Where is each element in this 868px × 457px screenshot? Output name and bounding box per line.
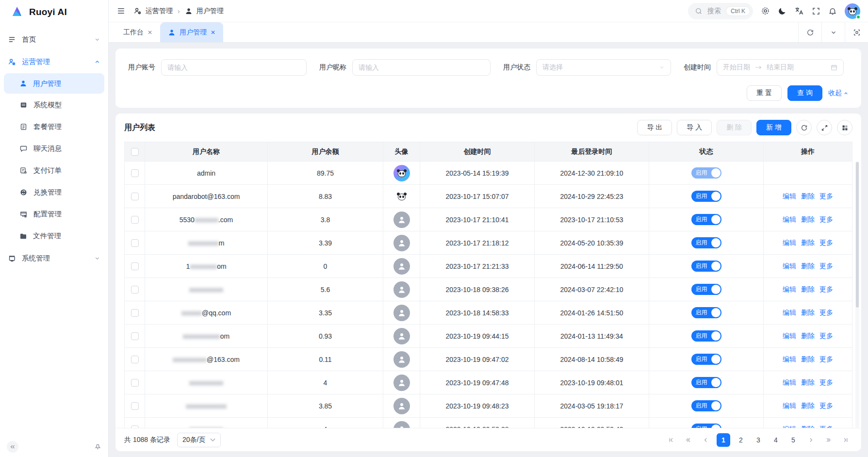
theme-moon-icon[interactable]: [778, 7, 786, 16]
account-input[interactable]: [161, 59, 307, 76]
page-4-button[interactable]: 4: [769, 433, 783, 447]
status-toggle[interactable]: 启用: [691, 307, 721, 318]
prev-page-button[interactable]: [699, 433, 713, 447]
nickname-input[interactable]: [352, 59, 491, 76]
row-action-delete[interactable]: 删除: [801, 239, 815, 247]
status-toggle[interactable]: 启用: [691, 424, 721, 428]
row-action-edit[interactable]: 编辑: [783, 192, 796, 201]
row-action-edit[interactable]: 编辑: [783, 378, 796, 387]
row-action-edit[interactable]: 编辑: [783, 332, 796, 341]
translate-icon[interactable]: [794, 6, 804, 16]
select-all-checkbox[interactable]: [131, 148, 139, 156]
row-checkbox[interactable]: [131, 169, 139, 177]
status-toggle[interactable]: 启用: [691, 237, 721, 248]
row-action-more[interactable]: 更多: [819, 262, 833, 271]
row-action-delete[interactable]: 删除: [801, 192, 815, 201]
pin-sidebar-icon[interactable]: [94, 443, 101, 451]
date-range-picker[interactable]: 开始日期 结束日期: [717, 59, 844, 76]
tab-user-management[interactable]: 用户管理 ✕: [160, 22, 223, 42]
row-checkbox[interactable]: [131, 356, 139, 363]
row-action-edit[interactable]: 编辑: [783, 285, 796, 294]
brand-logo[interactable]: Ruoyi AI: [0, 0, 108, 24]
sidebar-item-order[interactable]: 支付订单: [0, 160, 108, 181]
fullscreen-icon[interactable]: [812, 7, 820, 16]
status-toggle[interactable]: 启用: [691, 167, 721, 179]
sidebar-item-redeem[interactable]: 兑换管理: [0, 181, 108, 203]
row-action-more[interactable]: 更多: [819, 192, 833, 201]
row-action-edit[interactable]: 编辑: [783, 262, 796, 271]
row-action-edit[interactable]: 编辑: [783, 402, 796, 410]
close-tab-icon[interactable]: ✕: [147, 29, 152, 36]
export-button[interactable]: 导 出: [637, 120, 672, 135]
sidebar-item-package[interactable]: 套餐管理: [0, 116, 108, 138]
refresh-page-icon[interactable]: [798, 22, 821, 42]
next-page-button[interactable]: [804, 433, 818, 447]
status-toggle[interactable]: 启用: [691, 400, 721, 411]
row-action-more[interactable]: 更多: [819, 425, 833, 428]
row-checkbox[interactable]: [131, 379, 139, 387]
row-action-more[interactable]: 更多: [819, 355, 833, 364]
settings-icon[interactable]: [761, 6, 770, 16]
page-5-button[interactable]: 5: [786, 433, 800, 447]
row-action-edit[interactable]: 编辑: [783, 239, 796, 247]
sidebar-item-folder[interactable]: 文件管理: [0, 225, 108, 247]
sidebar-group-2[interactable]: 系统管理: [0, 247, 108, 269]
user-avatar[interactable]: [845, 3, 860, 19]
row-action-delete[interactable]: 删除: [801, 355, 815, 364]
delete-button[interactable]: 删 除: [717, 120, 752, 135]
row-action-delete[interactable]: 删除: [801, 425, 815, 428]
row-action-more[interactable]: 更多: [819, 402, 833, 410]
row-checkbox[interactable]: [131, 309, 139, 317]
row-action-edit[interactable]: 编辑: [783, 355, 796, 364]
collapse-sidebar-button[interactable]: [7, 441, 18, 453]
row-checkbox[interactable]: [131, 239, 139, 247]
jump-back-button[interactable]: [682, 433, 695, 447]
sidebar-group-1[interactable]: 运营管理: [0, 50, 108, 73]
row-action-delete[interactable]: 删除: [801, 332, 815, 341]
row-action-edit[interactable]: 编辑: [783, 215, 796, 224]
row-action-delete[interactable]: 删除: [801, 262, 815, 271]
row-action-more[interactable]: 更多: [819, 378, 833, 387]
row-checkbox[interactable]: [131, 216, 139, 224]
row-action-delete[interactable]: 删除: [801, 215, 815, 224]
row-action-delete[interactable]: 删除: [801, 285, 815, 294]
fullscreen-table-icon[interactable]: [817, 120, 832, 135]
page-2-button[interactable]: 2: [734, 433, 748, 447]
refresh-table-icon[interactable]: [796, 120, 812, 135]
row-action-edit[interactable]: 编辑: [783, 309, 796, 317]
row-action-delete[interactable]: 删除: [801, 378, 815, 387]
status-toggle[interactable]: 启用: [691, 377, 721, 388]
sidebar-item-user[interactable]: 用户管理: [4, 73, 104, 94]
sidebar-item-chat[interactable]: 聊天消息: [0, 138, 108, 160]
status-toggle[interactable]: 启用: [691, 330, 721, 342]
row-action-edit[interactable]: 编辑: [783, 425, 796, 428]
search-button[interactable]: 查 询: [787, 85, 822, 101]
sidebar-group-0[interactable]: 首页: [0, 28, 108, 50]
row-checkbox[interactable]: [131, 262, 139, 270]
page-1-button[interactable]: 1: [717, 433, 730, 447]
status-toggle[interactable]: 启用: [691, 214, 721, 225]
collapse-filters-link[interactable]: 收起: [828, 89, 849, 98]
row-checkbox[interactable]: [131, 286, 139, 294]
sidebar-item-config[interactable]: 配置管理: [0, 203, 108, 225]
page-size-select[interactable]: 20条/页: [177, 433, 221, 447]
reset-button[interactable]: 重 置: [747, 85, 782, 101]
status-toggle[interactable]: 启用: [691, 191, 721, 202]
tab-workbench[interactable]: 工作台 ✕: [115, 22, 160, 42]
status-toggle[interactable]: 启用: [691, 284, 721, 295]
row-checkbox[interactable]: [131, 332, 139, 340]
row-checkbox[interactable]: [131, 402, 139, 410]
scrollbar-thumb[interactable]: [856, 162, 859, 308]
table-scroll-area[interactable]: 用户名称用户余额头像创建时间最后登录时间状态操作admin89.752023-0…: [115, 142, 861, 428]
column-settings-icon[interactable]: [837, 120, 852, 135]
breadcrumb-item[interactable]: 用户管理: [197, 7, 224, 16]
close-tab-icon[interactable]: ✕: [211, 29, 215, 36]
sidebar-item-model[interactable]: 系统模型: [0, 94, 108, 116]
row-action-delete[interactable]: 删除: [801, 402, 815, 410]
global-search[interactable]: 搜索 Ctrl K: [688, 3, 753, 19]
notifications-icon[interactable]: [828, 7, 837, 16]
last-page-button[interactable]: [839, 433, 852, 447]
row-action-more[interactable]: 更多: [819, 215, 833, 224]
tab-options-chevron-icon[interactable]: [821, 22, 845, 42]
row-action-more[interactable]: 更多: [819, 285, 833, 294]
